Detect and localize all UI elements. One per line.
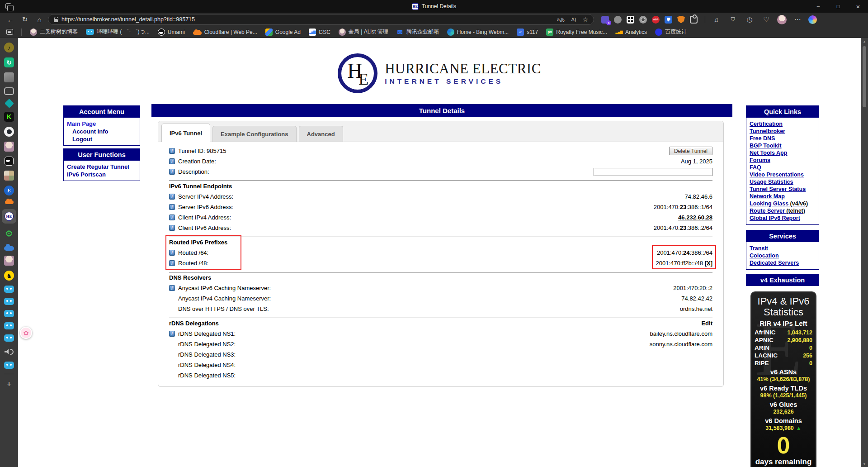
info-icon[interactable]: i [169, 158, 175, 164]
link-net-tools-app[interactable]: Net Tools App [750, 149, 816, 157]
read-aloud-icon[interactable]: A) [571, 17, 576, 22]
bookmark[interactable]: GSC [309, 29, 330, 36]
volume-icon[interactable] [4, 347, 14, 357]
active-tab[interactable]: HE Tunnel Details [0, 0, 868, 13]
bookmark[interactable]: Umami [158, 29, 185, 36]
bookmark[interactable]: Analytics [615, 29, 647, 36]
bilibili-app-icon-5[interactable] [4, 334, 14, 342]
translate-icon[interactable]: aあ [557, 16, 565, 23]
link-forums[interactable]: Forums [750, 157, 816, 164]
qr-code-icon[interactable] [627, 16, 634, 24]
floating-pink-widget[interactable]: ✿ [20, 327, 32, 339]
bookmark[interactable]: 百度统计 [655, 28, 687, 36]
info-icon[interactable]: i [169, 169, 175, 175]
bookmark[interactable]: 全局 | AList 管理 [339, 28, 388, 36]
copilot-icon[interactable] [808, 15, 817, 24]
bilibili-app-icon-4[interactable] [4, 322, 14, 329]
tab-example-configurations[interactable]: Example Configurations [212, 126, 297, 142]
avatar-anime2-icon[interactable] [4, 256, 14, 266]
scroll-down-arrow[interactable]: ▼ [861, 461, 868, 467]
cloudflare-app-icon[interactable] [5, 200, 14, 204]
favorite-star-icon[interactable]: ☆ [582, 16, 588, 23]
bookmark[interactable]: 哔哩哔哩 ( ゜- ゜)つ... [86, 28, 150, 36]
maximize-button[interactable] [828, 0, 848, 13]
link-faq[interactable]: FAQ [750, 164, 816, 171]
info-icon[interactable]: i [169, 225, 175, 231]
adblock-plus-icon[interactable]: ABP [652, 16, 660, 24]
bookmark[interactable]: //s117 [517, 29, 538, 36]
bookmark[interactable]: Google Ad [265, 29, 301, 36]
reading-list-icon[interactable] [6, 29, 13, 35]
link-usage-statistics[interactable]: Usage Statistics [750, 178, 816, 186]
account-info-link[interactable]: Account Info [67, 128, 137, 135]
info-icon[interactable]: i [169, 285, 175, 291]
bilibili-app-icon-2[interactable] [4, 298, 14, 305]
extensions-puzzle-icon[interactable] [690, 16, 698, 24]
info-icon[interactable]: i [169, 331, 175, 337]
info-icon[interactable]: i [169, 204, 175, 210]
green-gear-icon[interactable]: ⚙ [4, 229, 14, 238]
screenshot-camera-icon[interactable] [639, 16, 647, 24]
add-app-button[interactable]: + [4, 379, 14, 389]
link-dedicated-servers[interactable]: Dedicated Servers [750, 259, 816, 267]
blue-cloud-icon[interactable] [4, 246, 14, 251]
avatar-anime-icon[interactable] [4, 142, 14, 152]
lock-icon[interactable] [54, 19, 58, 22]
avatar-pixel-icon[interactable] [4, 171, 14, 181]
e-blue-app-icon[interactable]: E [4, 186, 14, 195]
media-controls-icon[interactable]: ♫ [710, 14, 722, 25]
bitwarden-icon[interactable] [665, 16, 672, 24]
link-route-server[interactable]: Route Server (telnet) [750, 207, 816, 214]
bookmark[interactable]: pxRoyalty Free Music... [546, 29, 607, 36]
browser-essentials-icon[interactable]: ♡ [760, 14, 772, 25]
settings-dots-icon[interactable]: ⋯ [792, 14, 803, 25]
info-icon[interactable]: i [169, 214, 175, 220]
browser-tab-icon[interactable] [4, 87, 14, 95]
scrollbar-thumb[interactable] [863, 46, 866, 107]
close-button[interactable] [848, 0, 868, 13]
sync-app-icon[interactable]: ↻ [4, 57, 14, 67]
github-icon[interactable] [4, 127, 14, 137]
tab-advanced[interactable]: Advanced [299, 126, 343, 142]
link-network-map[interactable]: Network Map [750, 193, 816, 200]
metamask-icon[interactable] [677, 16, 685, 24]
teal-diamond-icon[interactable] [4, 99, 14, 108]
link-certification[interactable]: Certification [750, 120, 816, 128]
extension-purple-icon[interactable]: 6 [601, 16, 609, 24]
yellow-horse-icon[interactable]: ♞ [4, 271, 14, 281]
link-global-ipv6-report[interactable]: Global IPv6 Report [750, 214, 816, 222]
link-looking-glass[interactable]: Looking Glass (v4/v6) [750, 200, 816, 207]
bilibili-app-icon-3[interactable] [4, 310, 14, 317]
bookmark[interactable]: ✉腾讯企业邮箱 [396, 28, 439, 36]
address-bar[interactable]: https://tunnelbroker.net/tunnel_detail.p… [48, 14, 594, 25]
logout-link[interactable]: Logout [67, 135, 137, 143]
history-icon[interactable]: ◷ [744, 14, 755, 25]
bilibili-app-icon-1[interactable] [4, 286, 14, 293]
ip-statistics-widget[interactable]: IPv4 & IPv6 Statistics RIR v4 IPs Left A… [750, 291, 816, 467]
link-colocation[interactable]: Colocation [750, 252, 816, 259]
tab-ipv6-tunnel[interactable]: IPv6 Tunnel [161, 124, 210, 142]
url-text[interactable]: https://tunnelbroker.net/tunnel_detail.p… [61, 16, 195, 23]
scroll-up-arrow[interactable]: ▲ [861, 38, 868, 44]
delete-tunnel-button[interactable]: Delete Tunnel [669, 147, 712, 155]
link-tunnelbroker[interactable]: Tunnelbroker [750, 128, 816, 135]
bilibili-app-icon-6[interactable] [4, 362, 14, 369]
info-icon[interactable]: i [169, 148, 175, 154]
link-video-presentations[interactable]: Video Presentations [750, 171, 816, 178]
info-icon[interactable]: i [169, 194, 175, 200]
back-icon[interactable]: ← [5, 14, 16, 25]
bookmark[interactable]: Home - Bing Webm... [447, 29, 509, 36]
link-transit[interactable]: Transit [750, 245, 816, 252]
collections-icon[interactable]: ⛉ [727, 14, 739, 25]
refresh-icon[interactable]: ↻ [19, 14, 31, 25]
bookmark[interactable]: Cloudflare | Web Pe... [193, 29, 257, 35]
music-app-icon[interactable]: ♪ [4, 43, 14, 52]
home-icon[interactable]: ⌂ [33, 14, 45, 25]
link-tunnel-server-status[interactable]: Tunnel Server Status [750, 186, 816, 193]
create-regular-tunnel-link[interactable]: Create Regular Tunnel [67, 163, 137, 171]
umami-app-icon[interactable] [5, 157, 14, 166]
main-page-link[interactable]: Main Page [67, 120, 137, 128]
minimize-button[interactable] [808, 0, 828, 13]
extension-gray-icon[interactable] [614, 16, 622, 24]
page-scrollbar[interactable]: ▲ ▼ [861, 38, 868, 467]
